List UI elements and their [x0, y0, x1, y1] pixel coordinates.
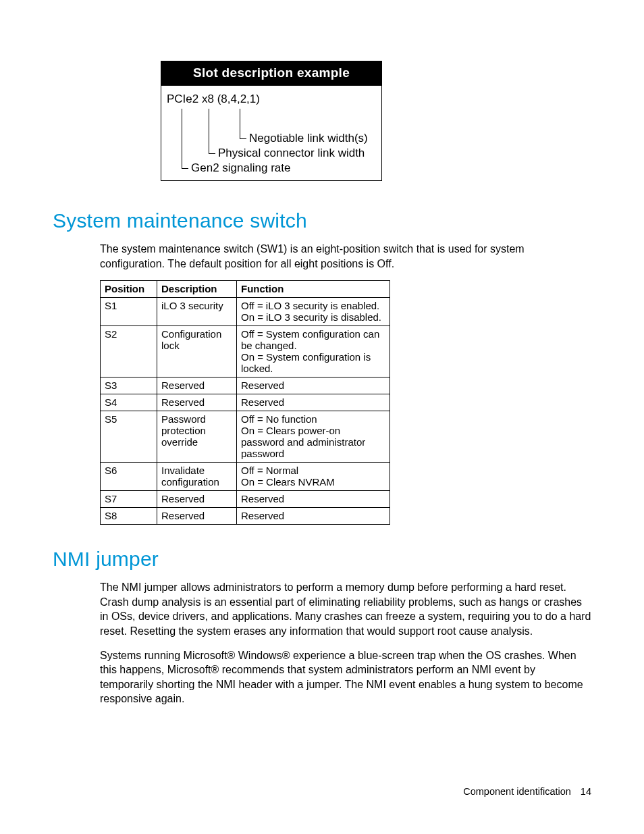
th-description: Description [157, 281, 237, 298]
table-cell-func: Off = System configuration can be change… [237, 326, 390, 377]
table-cell-func: Off = iLO 3 security is enabled.On = iLO… [237, 298, 390, 326]
table-cell-pos: S3 [101, 377, 157, 394]
table-row: S6Invalidate configurationOff = NormalOn… [101, 463, 390, 491]
heading-nmi-jumper: NMI jumper [53, 548, 591, 571]
table-cell-func: Reserved [237, 394, 390, 411]
table-row: S3ReservedReserved [101, 377, 390, 394]
table-cell-desc: Reserved [157, 394, 237, 411]
system-maintenance-switch-table: Position Description Function S1iLO 3 se… [100, 280, 390, 525]
table-header-row: Position Description Function [101, 281, 390, 298]
table-cell-func: Off = No functionOn = Clears power-on pa… [237, 411, 390, 463]
page-footer: Component identification 14 [463, 786, 591, 797]
table-cell-desc: Configuration lock [157, 326, 237, 377]
table-cell-func: Reserved [237, 491, 390, 508]
slot-description-figure: Slot description example PCIe2 x8 (8,4,2… [161, 61, 382, 181]
footer-page-number: 14 [581, 786, 591, 797]
table-cell-pos: S8 [101, 508, 157, 525]
nmi-paragraph-1: The NMI jumper allows administrators to … [53, 580, 591, 638]
table-cell-pos: S1 [101, 298, 157, 326]
table-row: S1iLO 3 securityOff = iLO 3 security is … [101, 298, 390, 326]
table-cell-desc: Reserved [157, 491, 237, 508]
footer-section: Component identification [463, 786, 571, 797]
table-cell-func: Off = NormalOn = Clears NVRAM [237, 463, 390, 491]
table-cell-pos: S7 [101, 491, 157, 508]
table-cell-desc: iLO 3 security [157, 298, 237, 326]
slot-label-physical: Physical connector link width [218, 147, 365, 160]
table-row: S5Password protection overrideOff = No f… [101, 411, 390, 463]
table-cell-desc: Password protection override [157, 411, 237, 463]
table-row: S7ReservedReserved [101, 491, 390, 508]
table-cell-pos: S6 [101, 463, 157, 491]
table-cell-pos: S2 [101, 326, 157, 377]
table-row: S4ReservedReserved [101, 394, 390, 411]
sms-intro-paragraph: The system maintenance switch (SW1) is a… [53, 242, 591, 271]
table-cell-desc: Reserved [157, 377, 237, 394]
heading-system-maintenance-switch: System maintenance switch [53, 209, 591, 232]
table-cell-pos: S4 [101, 394, 157, 411]
table-cell-desc: Reserved [157, 508, 237, 525]
slot-label-gen2: Gen2 signaling rate [191, 161, 290, 175]
table-cell-func: Reserved [237, 377, 390, 394]
table-row: S8ReservedReserved [101, 508, 390, 525]
table-row: S2Configuration lockOff = System configu… [101, 326, 390, 377]
th-function: Function [237, 281, 390, 298]
slot-figure-header: Slot description example [161, 61, 381, 86]
slot-figure-body: PCIe2 x8 (8,4,2,1) Negotiable link width… [161, 86, 381, 180]
slot-label-negotiable: Negotiable link width(s) [249, 132, 368, 145]
nmi-paragraph-2: Systems running Microsoft® Windows® expe… [53, 648, 591, 706]
table-cell-pos: S5 [101, 411, 157, 463]
table-cell-func: Reserved [237, 508, 390, 525]
slot-main-string: PCIe2 x8 (8,4,2,1) [167, 93, 260, 106]
table-cell-desc: Invalidate configuration [157, 463, 237, 491]
th-position: Position [101, 281, 157, 298]
